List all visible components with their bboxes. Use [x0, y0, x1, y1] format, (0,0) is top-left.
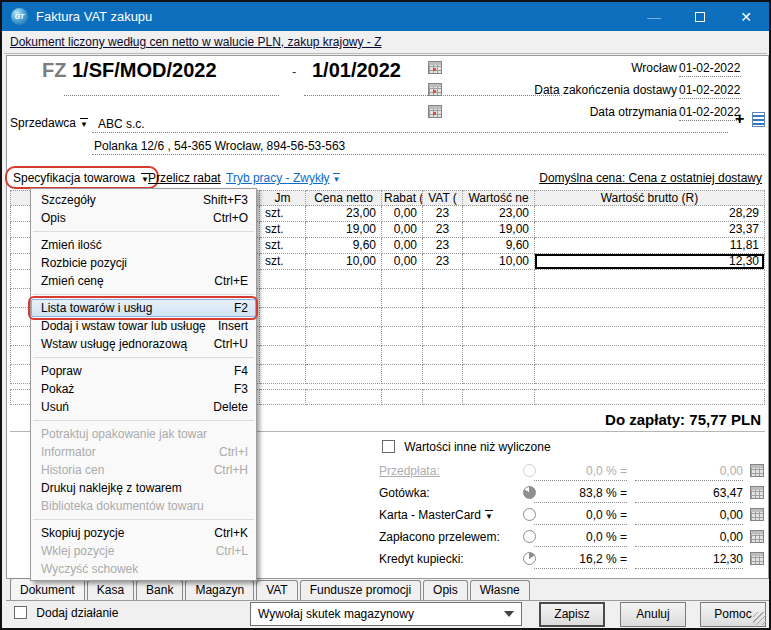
seller-name-underline	[92, 132, 728, 133]
context-menu-item[interactable]: Zmień ilość	[31, 236, 256, 254]
item-value-cell[interactable]: 23	[423, 254, 463, 270]
column-header[interactable]: Wartość brutto (R)	[535, 190, 765, 206]
doc-type-link[interactable]: Dokument liczony według cen netto w walu…	[10, 35, 382, 49]
context-menu-item[interactable]: UsuńDelete	[31, 398, 256, 416]
column-header[interactable]: VAT (	[423, 190, 463, 206]
payment-percent-field[interactable]: 16,2 % =	[534, 552, 627, 569]
item-value-cell[interactable]: 0,00	[382, 206, 423, 222]
calendar-icon[interactable]	[428, 83, 442, 96]
item-value-cell[interactable]: 0,00	[382, 238, 423, 254]
item-value-cell[interactable]: szt.	[260, 238, 306, 254]
payment-amount-field[interactable]: 0,00	[635, 508, 743, 525]
add-contractor-icon[interactable]: +	[735, 112, 744, 126]
payment-amount-field[interactable]: 0,00	[635, 464, 743, 481]
column-header[interactable]: Cena netto	[306, 190, 382, 206]
calculator-icon[interactable]	[750, 464, 764, 477]
context-menu-item[interactable]: PokażF3	[31, 380, 256, 398]
item-value-cell[interactable]: 19,00	[463, 222, 535, 238]
item-value-cell[interactable]: 19,00	[306, 222, 382, 238]
item-value-cell[interactable]: 28,29	[535, 206, 765, 222]
tab-kasa[interactable]: Kasa	[87, 580, 134, 600]
document-number-field[interactable]: 1/SF/MOD/2022	[72, 59, 217, 82]
default-price-link[interactable]: Domyślna cena: Cena z ostatniej dostawy	[539, 171, 762, 185]
warehouse-effect-select[interactable]: Wywołaj skutek magazynowy	[250, 602, 522, 626]
item-value-cell[interactable]: szt.	[260, 222, 306, 238]
menu-item-shortcut: F2	[234, 299, 248, 317]
item-value-cell[interactable]: 23	[423, 238, 463, 254]
contractor-list-icon[interactable]	[752, 112, 765, 127]
calendar-icon[interactable]	[428, 105, 442, 118]
spec-menu-button[interactable]: Specyfikacja towarowa▼	[5, 166, 159, 189]
payment-amount-field[interactable]: 0,00	[635, 530, 743, 547]
context-menu-item[interactable]: Lista towarów i usługF2	[31, 299, 256, 317]
column-header[interactable]: Jm	[260, 190, 306, 206]
payment-label[interactable]: Karta - MasterCard▼	[379, 508, 493, 522]
tab-magazyn[interactable]: Magazyn	[185, 580, 254, 600]
context-menu-item[interactable]: Drukuj naklejkę z towarem	[31, 479, 256, 497]
received-date-field[interactable]: 01-02-2022	[679, 105, 741, 121]
item-value-cell[interactable]: 23,00	[463, 206, 535, 222]
calculator-icon[interactable]	[750, 486, 764, 499]
add-action-checkbox[interactable]	[14, 606, 27, 619]
item-value-cell[interactable]: 11,81	[535, 238, 765, 254]
payment-label[interactable]: Przedpłata:	[379, 464, 440, 478]
item-value-cell[interactable]: 0,00	[382, 222, 423, 238]
context-menu-item[interactable]: Rozbicie pozycji	[31, 254, 256, 272]
item-value-cell[interactable]: 12,30	[535, 254, 765, 270]
payment-percent-field[interactable]: 0,0 % =	[534, 464, 627, 481]
resize-grip[interactable]	[753, 612, 766, 625]
other-values-checkbox[interactable]	[382, 440, 395, 453]
context-menu-item[interactable]: SzczegółyShift+F3	[31, 191, 256, 209]
tab-własne[interactable]: Własne	[470, 580, 530, 600]
menu-item-label: Dodaj i wstaw towar lub usługę	[41, 317, 206, 335]
column-header[interactable]: Wartość ne	[463, 190, 535, 206]
item-value-cell[interactable]: 0,00	[382, 254, 423, 270]
item-value-cell[interactable]: szt.	[260, 206, 306, 222]
issue-date-field[interactable]: 01-02-2022	[679, 61, 741, 77]
item-value-cell[interactable]: szt.	[260, 254, 306, 270]
context-menu-item[interactable]: Skopiuj pozycjeCtrl+K	[31, 524, 256, 542]
tab-bank[interactable]: Bank	[136, 580, 183, 600]
context-menu-item[interactable]: OpisCtrl+O	[31, 209, 256, 227]
item-value-cell[interactable]: 10,00	[306, 254, 382, 270]
work-mode-link[interactable]: Tryb pracy - Zwykły▼	[226, 171, 340, 185]
seller-name-field[interactable]: ABC s.c.	[98, 117, 145, 131]
payment-percent-field[interactable]: 83,8 % =	[534, 486, 627, 503]
tab-fundusze-promocji[interactable]: Fundusze promocji	[300, 580, 421, 600]
save-button[interactable]: Zapisz	[539, 602, 605, 627]
payment-percent-field[interactable]: 0,0 % =	[534, 508, 627, 525]
tab-opis[interactable]: Opis	[423, 580, 468, 600]
context-menu-item[interactable]: Dodaj i wstaw towar lub usługęInsert	[31, 317, 256, 335]
payment-amount-field[interactable]: 12,30	[635, 552, 743, 569]
item-value-cell[interactable]: 9,60	[306, 238, 382, 254]
context-menu-item[interactable]: PoprawF4	[31, 362, 256, 380]
recalc-discount-link[interactable]: Przelicz rabat	[148, 171, 221, 185]
item-value-cell[interactable]: 9,60	[463, 238, 535, 254]
column-header[interactable]: Rabat (	[382, 190, 423, 206]
context-menu-item[interactable]: Zmień cenęCtrl+E	[31, 272, 256, 290]
item-value-cell[interactable]: 23	[423, 222, 463, 238]
seller-address-field[interactable]: Polanka 12/6 , 54-365 Wrocław, 894-56-53…	[94, 139, 345, 153]
calculator-icon[interactable]	[750, 552, 764, 565]
tab-vat[interactable]: VAT	[256, 580, 298, 600]
item-value-cell[interactable]: 10,00	[463, 254, 535, 270]
seller-dropdown-icon[interactable]: ▼	[80, 118, 88, 129]
item-value-cell[interactable]: 23	[423, 206, 463, 222]
delivery-end-date-field[interactable]: 01-02-2022	[679, 83, 741, 99]
context-menu-item: InformatorCtrl+I	[31, 443, 256, 461]
document-secondary-number-field[interactable]: 1/01/2022	[312, 59, 401, 82]
payment-percent-field[interactable]: 0,0 % =	[534, 530, 627, 547]
empty-cell	[306, 346, 382, 365]
cancel-button[interactable]: Anuluj	[620, 602, 686, 627]
maximize-button[interactable]	[677, 2, 723, 31]
close-button[interactable]: ✕	[723, 2, 769, 31]
menu-item-shortcut: Shift+F3	[203, 191, 248, 209]
calendar-icon[interactable]	[428, 61, 442, 74]
item-value-cell[interactable]: 23,37	[535, 222, 765, 238]
tab-dokument[interactable]: Dokument	[10, 578, 85, 600]
context-menu-item[interactable]: Wstaw usługę jednorazowąCtrl+U	[31, 335, 256, 353]
payment-amount-field[interactable]: 63,47	[635, 486, 743, 503]
calculator-icon[interactable]	[750, 530, 764, 543]
calculator-icon[interactable]	[750, 508, 764, 521]
item-value-cell[interactable]: 23,00	[306, 206, 382, 222]
